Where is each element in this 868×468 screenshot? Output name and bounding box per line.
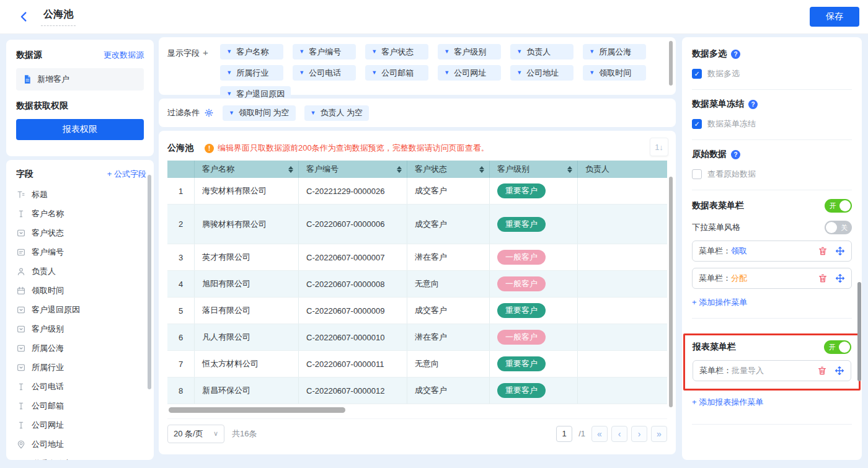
filter-chip[interactable]: ▼领取时间 为空 [223,105,296,121]
display-field-chip[interactable]: ▼公司邮箱 [365,65,428,81]
help-icon[interactable]: ? [731,150,740,159]
display-fields-scrollbar[interactable] [669,41,673,86]
field-item-customer-name[interactable]: 客户名称 [16,204,146,223]
header-customer-code[interactable]: 客户编号 [299,161,407,178]
save-button[interactable]: 保存 [810,7,859,27]
checkbox-checked[interactable]: ✓ [692,69,702,79]
move-icon[interactable] [835,246,845,256]
trash-icon[interactable] [818,246,828,256]
field-item-title[interactable]: 标题 [16,185,146,204]
first-page-button[interactable]: « [591,426,608,442]
trash-icon[interactable] [818,273,828,283]
field-item-phone[interactable]: 公司电话 [16,377,146,396]
select-icon [16,228,26,238]
add-formula-field-link[interactable]: + 公式字段 [107,169,146,180]
display-field-chip[interactable]: ▼客户名称 [220,44,283,60]
display-field-chip[interactable]: ▼负责人 [510,44,574,60]
header-customer-name[interactable]: 客户名称 [195,161,299,178]
multi-select-checkbox[interactable]: ✓ 数据多选 [692,68,852,79]
menu-item-assign[interactable]: 菜单栏：分配 [692,268,852,289]
field-item-website[interactable]: 公司网址 [16,415,146,435]
report-permission-button[interactable]: 报表权限 [16,119,144,140]
horizontal-scrollbar-thumb[interactable] [169,407,345,413]
fields-scrollbar[interactable] [148,175,151,389]
field-item-address[interactable]: 公司地址 [16,435,146,454]
table-scrollbar[interactable] [669,177,673,407]
table-row[interactable]: 7 恒太方材料公司 C-20220607-0000011 无意向 重要客户 [167,351,667,377]
prev-page-button[interactable]: ‹ [611,426,627,442]
field-item-contact-info[interactable]: 联系人信息 [16,454,146,460]
field-item-customer-status[interactable]: 客户状态 [16,223,146,242]
pagination-bar: 20 条/页 ∨ 共16条 1 /1 « ‹ › » [167,418,667,443]
chevron-down-icon: ▼ [516,70,522,76]
preview-table-card: 公海池 ! 编辑界面只取数据源前200条作为查询数据预览，完整数据请访问页面查看… [159,131,676,454]
field-item-customer-code[interactable]: 客户编号 [16,242,146,262]
sort-carets-icon[interactable] [288,166,293,173]
field-item-return-reason[interactable]: 客户退回原因 [16,300,146,319]
sort-carets-icon[interactable] [479,166,484,173]
add-display-field-icon[interactable]: + [203,47,208,58]
table-menu-toggle[interactable]: 开 [825,199,852,213]
last-page-button[interactable]: » [651,426,667,442]
change-datasource-link[interactable]: 更改数据源 [104,50,144,61]
filter-chip[interactable]: ▼负责人 为空 [304,105,370,121]
table-row[interactable]: 4 旭阳有限公司 C-20220607-0000008 无意向 一般客户 [167,271,667,298]
display-field-chip[interactable]: ▼客户状态 [365,44,428,60]
chevron-down-icon: ▼ [371,49,377,55]
display-field-chip[interactable]: ▼公司网址 [438,65,501,81]
datasource-item[interactable]: 新增客户 [16,68,144,91]
table-row[interactable]: 2 腾骏材料有限公司 C-20220607-0000006 成交客户 重要客户 [167,205,667,244]
display-field-chip[interactable]: ▼公司电话 [293,65,356,81]
help-icon[interactable]: ? [748,100,758,109]
display-field-chip[interactable]: ▼公司地址 [510,65,574,81]
page-size-select[interactable]: 20 条/页 ∨ [167,425,224,443]
text-icon [16,382,26,392]
settings-scrollbar[interactable] [857,282,861,381]
field-item-industry[interactable]: 所属行业 [16,358,146,377]
table-row[interactable]: 6 凡人有限公司 C-20220607-0000010 潜在客户 一般客户 [167,324,667,351]
level-badge: 重要客户 [497,303,546,318]
permission-heading: 数据获取权限 [16,100,144,112]
raw-data-checkbox[interactable]: 查看原始数据 [692,169,852,180]
display-field-chip[interactable]: ▼所属公海 [583,44,646,60]
header-customer-level[interactable]: 客户级别 [490,161,578,178]
table-row[interactable]: 3 英才有限公司 C-20220607-0000007 潜在客户 一般客户 [167,244,667,271]
sort-order-button[interactable]: 1↓ [650,138,668,156]
header-customer-status[interactable]: 客户状态 [407,161,490,178]
table-row[interactable]: 5 落日有限公司 C-20220607-0000009 成交客户 重要客户 [167,298,667,324]
sort-carets-icon[interactable] [397,166,402,173]
header-owner[interactable]: 负责人 [578,161,667,178]
field-item-owner[interactable]: 负责人 [16,262,146,281]
field-item-customer-level[interactable]: 客户级别 [16,319,146,338]
next-page-button[interactable]: › [631,426,647,442]
current-page-input[interactable]: 1 [556,426,572,442]
menu-item-batch-import[interactable]: 菜单栏：批量导入 [693,360,851,381]
move-icon[interactable] [835,366,844,376]
menu-item-claim[interactable]: 菜单栏：领取 [692,241,852,262]
menu-freeze-checkbox[interactable]: ✓ 数据菜单冻结 [692,118,852,130]
toggle-knob [826,222,837,233]
field-item-email[interactable]: 公司邮箱 [16,396,146,415]
table-row[interactable]: 8 新昌环保公司 C-20220607-0000012 成交客户 重要客户 [167,377,667,404]
display-field-chip[interactable]: ▼客户级别 [438,44,501,60]
checkbox-checked[interactable]: ✓ [692,119,702,129]
chevron-down-icon: ▼ [371,70,377,76]
section-table-menu: 数据表菜单栏 开 下拉菜单风格 关 菜单栏：领取 菜单栏：分配 + 添加操作菜单 [692,190,852,319]
trash-icon[interactable] [817,366,827,376]
sort-carets-icon[interactable] [567,166,572,173]
gear-icon[interactable] [204,108,214,118]
dropdown-style-toggle[interactable]: 关 [825,221,852,234]
table-row[interactable]: 1 海安材料有限公司 C-20221229-0000026 成交客户 重要客户 [167,178,667,205]
move-icon[interactable] [835,273,845,283]
add-action-menu-link[interactable]: + 添加操作菜单 [692,297,747,308]
checkbox-unchecked[interactable] [692,169,702,179]
field-item-pool[interactable]: 所属公海 [16,338,146,358]
display-field-chip[interactable]: ▼客户编号 [293,44,356,60]
report-menu-toggle[interactable]: 开 [824,340,851,354]
add-report-menu-link[interactable]: + 添加报表操作菜单 [692,397,763,408]
display-field-chip[interactable]: ▼所属行业 [220,65,283,81]
display-field-chip[interactable]: ▼领取时间 [583,65,646,81]
field-item-claim-time[interactable]: 领取时间 [16,281,146,300]
back-icon[interactable] [17,10,31,24]
help-icon[interactable]: ? [731,50,740,59]
